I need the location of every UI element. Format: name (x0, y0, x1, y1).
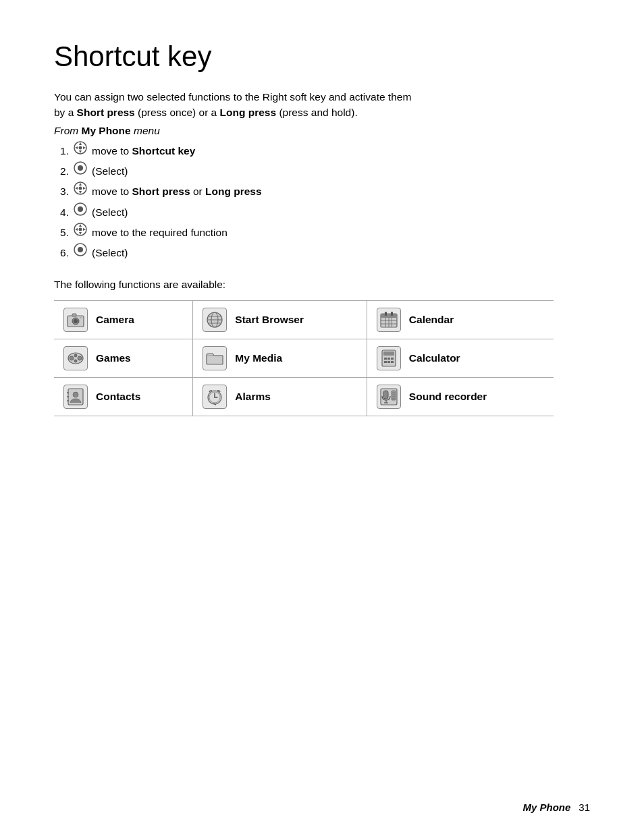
calendar-icon (377, 308, 401, 332)
svg-rect-37 (391, 312, 393, 316)
nav-icon-step5 (74, 223, 87, 242)
step-5: 5. move to the required function (54, 223, 554, 242)
svg-point-15 (78, 206, 83, 212)
intro-line1: You can assign two selected functions to… (54, 91, 411, 103)
func-soundrecorder-cell: Sound recorder (367, 377, 554, 416)
following-text: The following functions are available: (54, 279, 554, 291)
select-icon-step2 (74, 161, 87, 180)
svg-rect-52 (391, 358, 394, 360)
svg-marker-4 (83, 146, 86, 149)
svg-marker-12 (83, 187, 86, 190)
table-row: Games My Media (54, 339, 554, 377)
svg-rect-53 (384, 361, 387, 363)
svg-marker-3 (75, 146, 78, 149)
nav-icon-step1 (74, 141, 87, 160)
svg-marker-9 (79, 183, 82, 186)
mymedia-label: My Media (235, 352, 282, 364)
svg-point-13 (79, 187, 82, 190)
intro-line2c: (press and hold). (276, 107, 358, 118)
svg-marker-20 (83, 228, 86, 231)
func-mymedia-cell: My Media (193, 339, 367, 377)
func-camera-cell: Camera (54, 300, 193, 339)
svg-rect-28 (80, 317, 82, 318)
svg-rect-36 (385, 312, 387, 316)
step1-bold: Shortcut key (132, 145, 195, 157)
select-icon-step4 (74, 202, 87, 221)
calendar-label: Calendar (409, 314, 454, 326)
short-press-label: Short press (77, 107, 135, 118)
svg-rect-27 (72, 314, 76, 316)
svg-point-44 (70, 356, 74, 360)
svg-rect-67 (383, 391, 388, 399)
svg-point-23 (78, 247, 83, 252)
svg-rect-51 (387, 358, 390, 360)
functions-table: Camera (54, 300, 554, 416)
step-3: 3. move to Short press or Long press (54, 181, 554, 200)
svg-marker-11 (75, 187, 78, 190)
svg-marker-19 (75, 228, 78, 231)
func-games-cell: Games (54, 339, 193, 377)
table-row: Camera (54, 300, 554, 339)
browser-icon (203, 308, 227, 332)
svg-marker-1 (79, 142, 82, 145)
svg-rect-35 (381, 314, 397, 318)
svg-rect-54 (387, 361, 390, 363)
steps-list: 1. move to Shortcut key 2. (54, 141, 554, 262)
from-menu-text: From My Phone menu (54, 125, 554, 137)
step3-bold1: Short press (132, 186, 190, 197)
svg-point-46 (74, 354, 77, 357)
calculator-label: Calculator (409, 352, 460, 364)
step-1: 1. move to Shortcut key (54, 141, 554, 160)
intro-line2b: (press once) or a (135, 107, 220, 118)
svg-marker-10 (79, 191, 82, 194)
mymedia-icon (203, 346, 227, 370)
browser-label: Start Browser (235, 314, 304, 326)
step3-bold2: Long press (205, 186, 262, 197)
svg-point-21 (79, 227, 82, 231)
soundrecorder-label: Sound recorder (409, 391, 487, 403)
svg-rect-50 (384, 358, 387, 360)
table-row: Contacts (54, 377, 554, 416)
games-icon (63, 346, 88, 370)
svg-point-57 (73, 392, 78, 397)
svg-point-26 (74, 319, 78, 323)
func-contacts-cell: Contacts (54, 377, 193, 416)
svg-marker-18 (79, 232, 82, 235)
svg-marker-2 (79, 150, 82, 153)
contacts-icon (63, 385, 88, 409)
alarms-label: Alarms (235, 391, 271, 403)
nav-icon-step3 (74, 181, 87, 200)
page-footer: My Phone 31 (522, 802, 590, 813)
calculator-icon (377, 346, 401, 370)
intro-paragraph: You can assign two selected functions to… (54, 89, 554, 121)
long-press-label: Long press (220, 107, 277, 118)
svg-rect-49 (383, 352, 394, 356)
svg-point-47 (74, 360, 77, 362)
select-icon-step6 (74, 243, 87, 262)
alarms-icon (203, 385, 227, 409)
footer-brand: My Phone (522, 802, 570, 813)
page-title: Shortcut key (54, 40, 554, 73)
camera-label: Camera (96, 314, 134, 326)
svg-rect-55 (391, 361, 394, 363)
intro-line2-start: by a (54, 107, 77, 118)
func-browser-cell: Start Browser (193, 300, 367, 339)
footer-page-number: 31 (579, 802, 590, 813)
svg-point-45 (78, 356, 82, 360)
contacts-label: Contacts (96, 391, 140, 403)
func-calendar-cell: Calendar (367, 300, 554, 339)
soundrecorder-icon (377, 385, 401, 409)
step-2: 2. (Select) (54, 161, 554, 180)
step-6: 6. (Select) (54, 243, 554, 262)
step-4: 4. (Select) (54, 202, 554, 221)
page-content: Shortcut key You can assign two selected… (0, 0, 608, 477)
camera-icon (63, 308, 88, 332)
svg-marker-17 (79, 224, 82, 227)
games-label: Games (96, 352, 131, 364)
func-alarms-cell: Alarms (193, 377, 367, 416)
svg-point-7 (78, 165, 83, 171)
func-calculator-cell: Calculator (367, 339, 554, 377)
svg-point-5 (79, 146, 82, 149)
